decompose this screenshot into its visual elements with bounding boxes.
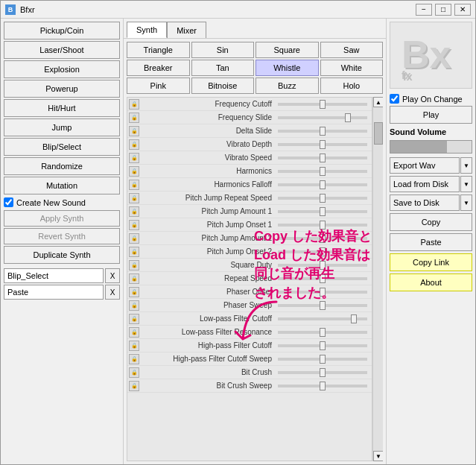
slider-lock-icon[interactable]: 🔒	[129, 273, 139, 284]
slider-thumb[interactable]	[345, 113, 351, 122]
slider-lock-icon[interactable]: 🔒	[129, 180, 139, 190]
slider-lock-icon[interactable]: 🔒	[129, 260, 139, 271]
slider-lock-icon[interactable]: 🔒	[129, 300, 139, 311]
bitnoise-wave-button[interactable]: Bitnoise	[191, 78, 255, 94]
slider-track[interactable]	[278, 224, 367, 227]
slider-thumb[interactable]	[320, 194, 326, 203]
pickup-coin-button[interactable]: Pickup/Coin	[4, 22, 120, 39]
slider-track[interactable]	[278, 170, 367, 173]
slider-track[interactable]	[278, 371, 367, 374]
slider-lock-icon[interactable]: 🔒	[129, 166, 139, 177]
slider-thumb[interactable]	[320, 261, 326, 270]
slider-thumb[interactable]	[320, 234, 326, 243]
white-wave-button[interactable]: White	[320, 60, 384, 76]
square-wave-button[interactable]: Square	[256, 42, 319, 58]
slider-track[interactable]	[278, 197, 367, 200]
slider-track[interactable]	[278, 156, 367, 159]
slider-lock-icon[interactable]: 🔒	[129, 193, 139, 203]
slider-track[interactable]	[278, 210, 367, 213]
randomize-button[interactable]: Randomize	[4, 157, 120, 175]
export-wav-button[interactable]: Export Wav	[390, 157, 460, 174]
slider-lock-icon[interactable]: 🔒	[129, 354, 139, 364]
laser-shoot-button[interactable]: Laser/Shoot	[4, 41, 120, 59]
copy-link-button[interactable]: Copy Link	[390, 253, 472, 271]
create-new-sound-checkbox[interactable]	[4, 197, 13, 207]
slider-thumb[interactable]	[320, 355, 326, 364]
slider-thumb[interactable]	[320, 341, 326, 350]
slider-thumb[interactable]	[320, 247, 326, 256]
slider-track[interactable]	[278, 250, 367, 253]
apply-synth-button[interactable]: Apply Synth	[4, 210, 120, 227]
slider-thumb[interactable]	[320, 328, 326, 337]
tab-mixer[interactable]: Mixer	[167, 22, 206, 38]
slider-lock-icon[interactable]: 🔒	[129, 247, 139, 257]
slider-track[interactable]	[278, 385, 367, 388]
sin-wave-button[interactable]: Sin	[191, 42, 255, 58]
mutation-button[interactable]: Mutation	[4, 177, 120, 194]
export-wav-arrow[interactable]: ▼	[460, 157, 472, 174]
slider-track[interactable]	[278, 130, 367, 133]
save-disk-arrow[interactable]: ▼	[460, 194, 472, 211]
slider-track[interactable]	[278, 143, 367, 146]
slider-thumb[interactable]	[320, 221, 326, 230]
scroll-up-button[interactable]: ▲	[373, 97, 383, 107]
slider-track[interactable]	[278, 277, 367, 280]
jump-button[interactable]: Jump	[4, 118, 120, 136]
slider-thumb[interactable]	[320, 301, 326, 310]
slider-lock-icon[interactable]: 🔒	[129, 99, 139, 110]
slider-thumb[interactable]	[320, 140, 326, 149]
slider-lock-icon[interactable]: 🔒	[129, 126, 139, 136]
about-button[interactable]: About	[390, 273, 472, 291]
slider-thumb[interactable]	[351, 314, 357, 323]
slider-thumb[interactable]	[320, 127, 326, 136]
slider-track[interactable]	[278, 358, 367, 361]
slider-track[interactable]	[278, 116, 367, 119]
holo-wave-button[interactable]: Holo	[320, 78, 384, 94]
load-disk-arrow[interactable]: ▼	[460, 176, 472, 192]
slider-track[interactable]	[278, 183, 367, 186]
breaker-wave-button[interactable]: Breaker	[127, 60, 190, 76]
slider-thumb[interactable]	[320, 368, 326, 377]
slider-track[interactable]	[278, 344, 367, 347]
slider-lock-icon[interactable]: 🔒	[129, 341, 139, 351]
volume-slider[interactable]	[390, 140, 472, 154]
buzz-wave-button[interactable]: Buzz	[256, 78, 319, 94]
minimize-button[interactable]: −	[416, 4, 432, 16]
slider-lock-icon[interactable]: 🔒	[129, 327, 139, 338]
blip-select-x-button[interactable]: X	[105, 268, 120, 283]
slider-thumb[interactable]	[320, 288, 326, 297]
slider-track[interactable]	[278, 237, 367, 240]
slider-thumb[interactable]	[320, 207, 326, 216]
slider-lock-icon[interactable]: 🔒	[129, 233, 139, 244]
scroll-track[interactable]	[373, 107, 383, 451]
load-disk-button[interactable]: Load from Disk	[390, 176, 460, 192]
save-disk-button[interactable]: Save to Disk	[390, 194, 460, 211]
paste-button[interactable]: Paste	[390, 233, 472, 251]
slider-lock-icon[interactable]: 🔒	[129, 381, 139, 391]
slider-lock-icon[interactable]: 🔒	[129, 113, 139, 123]
scroll-thumb[interactable]	[374, 122, 383, 145]
slider-lock-icon[interactable]: 🔒	[129, 153, 139, 163]
slider-thumb[interactable]	[320, 382, 326, 390]
paste-x-button[interactable]: X	[105, 285, 120, 300]
powerup-button[interactable]: Powerup	[4, 80, 120, 98]
slider-track[interactable]	[278, 291, 367, 294]
scroll-down-button[interactable]: ▼	[373, 451, 383, 461]
play-on-change-checkbox[interactable]	[390, 94, 399, 104]
blip-select-button[interactable]: Blip/Select	[4, 138, 120, 156]
tan-wave-button[interactable]: Tan	[191, 60, 255, 76]
slider-lock-icon[interactable]: 🔒	[129, 220, 139, 230]
saw-wave-button[interactable]: Saw	[320, 42, 384, 58]
slider-thumb[interactable]	[320, 167, 326, 176]
duplicate-synth-button[interactable]: Duplicate Synth	[4, 246, 120, 264]
slider-thumb[interactable]	[320, 100, 326, 109]
triangle-wave-button[interactable]: Triangle	[127, 42, 190, 58]
slider-lock-icon[interactable]: 🔒	[129, 287, 139, 297]
explosion-button[interactable]: Explosion	[4, 60, 120, 78]
play-button[interactable]: Play	[390, 106, 472, 124]
maximize-button[interactable]: □	[435, 4, 451, 16]
slider-thumb[interactable]	[320, 154, 326, 162]
close-button[interactable]: ✕	[454, 4, 471, 16]
slider-track[interactable]	[278, 264, 367, 267]
tab-synth[interactable]: Synth	[127, 22, 167, 38]
